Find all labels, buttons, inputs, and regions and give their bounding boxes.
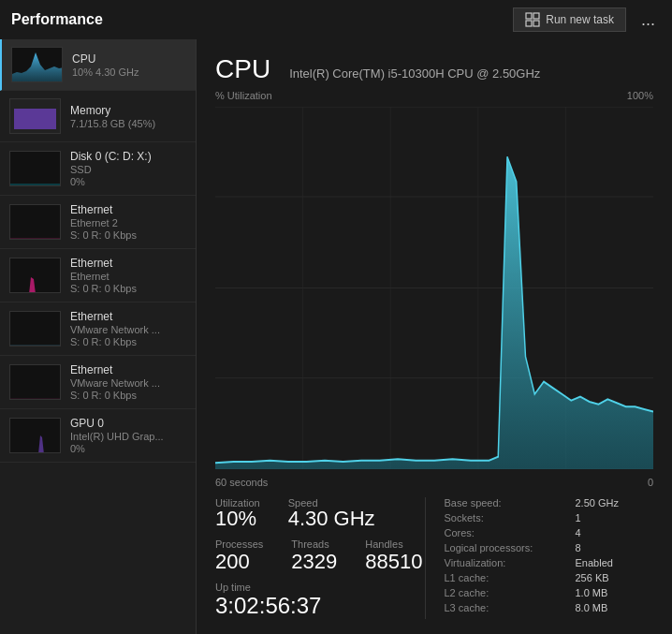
processes-value: 200 bbox=[215, 550, 263, 574]
ethernet-vmware1-item-sub2: S: 0 R: 0 Kbps bbox=[70, 336, 186, 347]
memory-item-info: Memory 7.1/15.8 GB (45%) bbox=[70, 104, 186, 129]
sidebar: CPU 10% 4.30 GHz Memory 7.1/15.8 GB (45%… bbox=[0, 39, 197, 634]
threads-label: Threads bbox=[291, 538, 337, 550]
gpu-item-sub1: Intel(R) UHD Grap... bbox=[70, 431, 186, 442]
ethernet2-thumbnail bbox=[9, 204, 61, 240]
base-speed-key: Base speed: bbox=[445, 497, 566, 509]
threads-value: 2329 bbox=[291, 550, 337, 574]
l2-cache-key: L2 cache: bbox=[445, 587, 566, 598]
sidebar-item-ethernet2[interactable]: Ethernet Ethernet 2 S: 0 R: 0 Kbps bbox=[0, 196, 196, 249]
ethernet1-item-title: Ethernet bbox=[70, 257, 186, 270]
disk-item-info: Disk 0 (C: D: X:) SSD 0% bbox=[70, 150, 186, 187]
sidebar-item-ethernet1[interactable]: Ethernet Ethernet S: 0 R: 0 Kbps bbox=[0, 249, 196, 302]
ethernet-vmware2-item-title: Ethernet bbox=[70, 363, 186, 376]
sockets-key: Sockets: bbox=[445, 512, 566, 523]
ethernet1-item-sub2: S: 0 R: 0 Kbps bbox=[70, 283, 186, 294]
base-speed-val: 2.50 GHz bbox=[576, 497, 619, 509]
sidebar-item-ethernet-vmware1[interactable]: Ethernet VMware Network ... S: 0 R: 0 Kb… bbox=[0, 302, 196, 356]
ethernet-vmware1-item-sub1: VMware Network ... bbox=[70, 324, 186, 335]
ethernet-vmware2-thumbnail bbox=[9, 364, 61, 400]
sidebar-item-disk[interactable]: Disk 0 (C: D: X:) SSD 0% bbox=[0, 142, 196, 196]
titlebar: Performance Run new task ... bbox=[0, 0, 672, 39]
svg-marker-20 bbox=[215, 156, 653, 469]
stats-row-1: Utilization 10% Speed 4.30 GHz bbox=[215, 497, 425, 531]
disk-item-sub2: 0% bbox=[70, 176, 186, 187]
ethernet1-item-info: Ethernet Ethernet S: 0 R: 0 Kbps bbox=[70, 257, 186, 294]
uptime-stat: Up time 3:02:56:37 bbox=[215, 582, 425, 619]
sidebar-item-ethernet-vmware2[interactable]: Ethernet VMware Network ... S: 0 R: 0 Kb… bbox=[0, 356, 196, 409]
speed-value: 4.30 GHz bbox=[288, 507, 375, 531]
sidebar-item-memory[interactable]: Memory 7.1/15.8 GB (45%) bbox=[0, 91, 196, 142]
threads-stat: Threads 2329 bbox=[291, 538, 337, 574]
chart-x-right-label: 0 bbox=[648, 477, 653, 488]
svg-marker-4 bbox=[12, 52, 63, 82]
memory-item-sub: 7.1/15.8 GB (45%) bbox=[70, 118, 186, 129]
sidebar-item-gpu[interactable]: GPU 0 Intel(R) UHD Grap... 0% bbox=[0, 409, 196, 463]
ethernet-vmware1-item-title: Ethernet bbox=[70, 310, 186, 323]
chart-x-left-label: 60 seconds bbox=[215, 477, 268, 488]
l1-cache-key: L1 cache: bbox=[445, 572, 566, 583]
titlebar-right: Run new task ... bbox=[513, 7, 661, 32]
titlebar-left: Performance bbox=[11, 11, 103, 28]
ethernet-vmware1-item-info: Ethernet VMware Network ... S: 0 R: 0 Kb… bbox=[70, 310, 186, 347]
main-layout: CPU 10% 4.30 GHz Memory 7.1/15.8 GB (45%… bbox=[0, 39, 672, 634]
cpu-item-title: CPU bbox=[72, 52, 186, 66]
handles-value: 88510 bbox=[365, 550, 422, 574]
gpu-item-sub2: 0% bbox=[70, 443, 186, 454]
specs-area: Base speed: 2.50 GHz Sockets: 1 Cores: 4… bbox=[425, 497, 654, 619]
utilization-stat: Utilization 10% bbox=[215, 497, 260, 531]
cores-key: Cores: bbox=[445, 527, 566, 538]
run-new-task-button[interactable]: Run new task bbox=[513, 7, 626, 32]
handles-stat: Handles 88510 bbox=[365, 538, 422, 574]
svg-rect-2 bbox=[526, 21, 532, 26]
ethernet-vmware2-item-sub1: VMware Network ... bbox=[70, 377, 186, 389]
cpu-chart bbox=[215, 107, 653, 469]
disk-item-title: Disk 0 (C: D: X:) bbox=[70, 150, 186, 163]
cpu-item-info: CPU 10% 4.30 GHz bbox=[72, 52, 186, 78]
gpu-thumbnail bbox=[9, 418, 61, 453]
chart-y-max-label: 100% bbox=[627, 90, 653, 101]
cpu-item-sub: 10% 4.30 GHz bbox=[72, 66, 186, 78]
l3-cache-val: 8.0 MB bbox=[576, 602, 608, 613]
content-area: CPU Intel(R) Core(TM) i5-10300H CPU @ 2.… bbox=[197, 39, 672, 634]
ethernet2-item-sub2: S: 0 R: 0 Kbps bbox=[70, 229, 186, 241]
run-task-icon bbox=[525, 12, 540, 27]
uptime-value: 3:02:56:37 bbox=[215, 593, 425, 619]
more-options-button[interactable]: ... bbox=[635, 8, 661, 32]
sockets-row: Sockets: 1 bbox=[445, 512, 654, 523]
content-header: CPU Intel(R) Core(TM) i5-10300H CPU @ 2.… bbox=[215, 54, 653, 84]
chart-y-label: % Utilization bbox=[215, 90, 272, 101]
virtualization-row: Virtualization: Enabled bbox=[445, 557, 654, 568]
processes-stat: Processes 200 bbox=[215, 538, 263, 574]
memory-thumbnail bbox=[9, 98, 61, 134]
cores-row: Cores: 4 bbox=[445, 527, 654, 538]
virtualization-key: Virtualization: bbox=[445, 557, 566, 568]
l2-cache-row: L2 cache: 1.0 MB bbox=[445, 587, 654, 598]
ethernet-vmware2-item-info: Ethernet VMware Network ... S: 0 R: 0 Kb… bbox=[70, 363, 186, 401]
l2-cache-val: 1.0 MB bbox=[576, 587, 608, 598]
ethernet1-thumbnail bbox=[9, 258, 61, 293]
base-speed-row: Base speed: 2.50 GHz bbox=[445, 497, 654, 509]
stats-left: Utilization 10% Speed 4.30 GHz Processes… bbox=[215, 497, 425, 619]
sockets-val: 1 bbox=[576, 512, 581, 523]
sidebar-item-cpu[interactable]: CPU 10% 4.30 GHz bbox=[0, 39, 196, 91]
disk-item-sub1: SSD bbox=[70, 164, 186, 175]
uptime-label: Up time bbox=[215, 582, 425, 593]
ethernet1-item-sub1: Ethernet bbox=[70, 271, 186, 282]
logical-processors-row: Logical processors: 8 bbox=[445, 542, 654, 553]
svg-rect-0 bbox=[526, 13, 532, 19]
l3-cache-key: L3 cache: bbox=[445, 602, 566, 613]
logical-processors-key: Logical processors: bbox=[445, 542, 566, 553]
svg-rect-1 bbox=[533, 13, 539, 19]
svg-rect-3 bbox=[533, 21, 539, 26]
stats-area: Utilization 10% Speed 4.30 GHz Processes… bbox=[215, 497, 653, 619]
processes-label: Processes bbox=[215, 538, 263, 550]
ethernet2-item-info: Ethernet Ethernet 2 S: 0 R: 0 Kbps bbox=[70, 203, 186, 241]
ethernet-vmware1-thumbnail bbox=[9, 311, 61, 346]
logical-processors-val: 8 bbox=[576, 542, 581, 553]
handles-label: Handles bbox=[365, 538, 422, 550]
memory-item-title: Memory bbox=[70, 104, 186, 117]
cores-val: 4 bbox=[576, 527, 581, 538]
l1-cache-row: L1 cache: 256 KB bbox=[445, 572, 654, 583]
ethernet2-item-title: Ethernet bbox=[70, 203, 186, 216]
